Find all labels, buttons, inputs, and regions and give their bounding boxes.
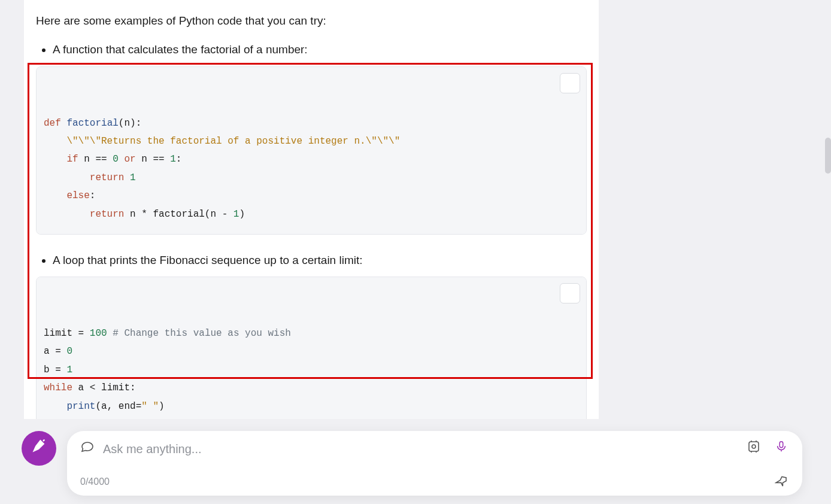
- code-block-factorial: def factorial(n): \"\"\"Returns the fact…: [36, 66, 587, 235]
- code-token: ): [159, 401, 165, 412]
- pin-button[interactable]: [775, 475, 789, 489]
- pin-icon: [775, 481, 789, 491]
- code-token: n ==: [78, 154, 113, 165]
- copy-button[interactable]: [560, 73, 580, 93]
- code-token: if: [66, 154, 78, 165]
- code-token: while: [44, 382, 72, 393]
- compose-bar: 0/4000: [0, 420, 831, 504]
- assistant-message: Here are some examples of Python code th…: [24, 0, 599, 419]
- code-token: # Change this value as you wish: [113, 328, 291, 339]
- compose-box: 0/4000: [67, 431, 802, 496]
- copy-button[interactable]: [560, 283, 580, 303]
- code-token: " ": [141, 401, 159, 412]
- image-search-button[interactable]: [746, 441, 762, 457]
- code-token: return: [90, 209, 125, 220]
- code-token: n: [124, 118, 130, 129]
- example-list: A loop that prints the Fibonacci sequenc…: [36, 251, 587, 269]
- code-token: n ==: [141, 154, 170, 165]
- copy-icon: [536, 66, 587, 111]
- code-token: 1: [170, 154, 176, 165]
- list-item: A function that calculates the factorial…: [53, 41, 587, 59]
- code-token: a < limit:: [72, 382, 136, 393]
- code-block-fibonacci: limit = 100 # Change this value as you w…: [36, 277, 587, 419]
- code-token: 1: [130, 172, 136, 183]
- code-token: n * factorial(n -: [124, 209, 233, 220]
- scrollbar-thumb[interactable]: [825, 138, 831, 174]
- code-token: a =: [44, 346, 66, 357]
- microphone-icon: [775, 440, 788, 459]
- image-search-icon: [747, 439, 761, 459]
- example-list: A function that calculates the factorial…: [36, 41, 587, 59]
- code-token: 1: [66, 365, 72, 375]
- svg-rect-6: [780, 442, 783, 448]
- list-item: A loop that prints the Fibonacci sequenc…: [53, 251, 587, 269]
- svg-point-5: [752, 445, 756, 448]
- code-token: print: [66, 401, 95, 412]
- code-token: (a, end=: [95, 401, 141, 412]
- broom-icon: [31, 438, 47, 460]
- code-token: [107, 328, 113, 339]
- code-token: (: [119, 118, 125, 129]
- code-token: factorial: [66, 118, 118, 129]
- code-token: 0: [66, 346, 72, 357]
- code-token: b =: [44, 365, 66, 375]
- code-token: [124, 172, 130, 183]
- code-token: :: [90, 190, 96, 201]
- microphone-button[interactable]: [774, 441, 789, 457]
- intro-text: Here are some examples of Python code th…: [36, 12, 587, 30]
- new-topic-button[interactable]: [22, 431, 56, 466]
- code-token: or: [119, 154, 141, 165]
- message-input[interactable]: [103, 442, 738, 456]
- code-token: ):: [130, 118, 141, 129]
- copy-icon: [536, 277, 587, 321]
- code-token: ): [239, 209, 245, 220]
- code-token: 0: [113, 154, 119, 165]
- code-token: \"\"\"Returns the factorial of a positiv…: [66, 136, 400, 147]
- svg-rect-4: [749, 442, 759, 451]
- code-token: def: [44, 118, 61, 129]
- code-token: else: [66, 190, 89, 201]
- code-token: :: [176, 154, 182, 165]
- code-token: 100: [90, 328, 107, 339]
- code-token: return: [90, 172, 125, 183]
- code-token: =: [72, 328, 90, 339]
- chat-icon: [80, 439, 95, 459]
- char-counter: 0/4000: [80, 474, 110, 490]
- code-token: limit: [44, 328, 72, 339]
